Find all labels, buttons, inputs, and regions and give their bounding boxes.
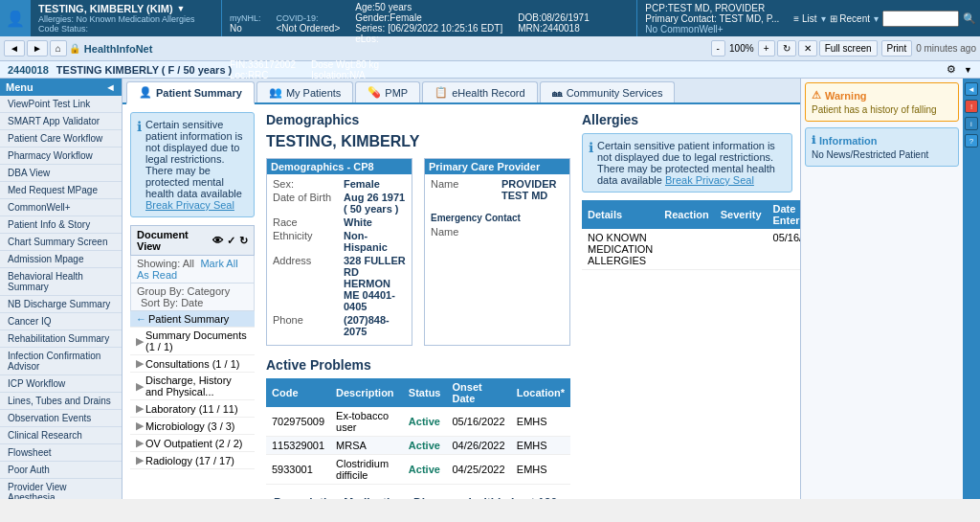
tab-ehealth-record[interactable]: 📋 eHealth Record xyxy=(422,81,537,102)
doc-item-microbiology[interactable]: ▶ Microbiology (3 / 3) xyxy=(130,418,255,435)
sidebar-item-observation[interactable]: Observation Events xyxy=(0,410,122,427)
eye-icon[interactable]: 👁 xyxy=(212,235,223,247)
sidebar-item-provider-anesthesia[interactable]: Provider View Anesthesia xyxy=(0,479,122,499)
demo-row-race: Race White xyxy=(273,216,406,228)
problems-table: Code Description Status Onset Date Locat… xyxy=(266,378,570,485)
sidebar-item-commonwell[interactable]: CommonWell+ xyxy=(0,199,122,216)
breadcrumb: HealthInfoNet xyxy=(84,43,153,55)
document-view-groupby: Group By: Category Sort By: Date xyxy=(130,284,255,311)
patient-avatar: 👤 xyxy=(0,0,31,36)
print-button[interactable]: Print xyxy=(881,40,913,57)
zoom-in-button[interactable]: + xyxy=(758,40,775,57)
tab-community-services[interactable]: 🏘 Community Services xyxy=(540,81,676,102)
sidebar-item-admission[interactable]: Admission Mpage xyxy=(0,251,122,268)
tab-my-patients[interactable]: 👥 My Patients xyxy=(256,81,353,102)
menu-label: Menu xyxy=(6,81,33,93)
sidebar-item-chart-summary[interactable]: Chart Summary Screen xyxy=(0,234,122,251)
doc-item-laboratory[interactable]: ▶ Laboratory (11 / 11) xyxy=(130,400,255,418)
info-icon: ℹ xyxy=(137,119,142,211)
warning-panel-header: ⚠ Warning xyxy=(812,89,952,102)
prescription-section: Prescription Medications Dispensed withi… xyxy=(266,496,570,499)
right-sidebar: ⚠ Warning Patient has a history of falli… xyxy=(800,79,963,499)
dob-field: DOB:08/26/1971 MRN:2440018 xyxy=(518,12,590,34)
person-icon: 👤 xyxy=(139,86,152,99)
sidebar-item-clinical[interactable]: Clinical Research xyxy=(0,427,122,444)
doc-item-consultations[interactable]: ▶ Consultations (1 / 1) xyxy=(130,355,255,373)
sidebar-item-dba-view[interactable]: DBA View xyxy=(0,165,122,182)
zoom-out-button[interactable]: - xyxy=(711,40,725,57)
demographics-block: Demographics - CP8 Sex: Female Date of B… xyxy=(266,158,412,346)
chevron-right-icon-2: ▶ xyxy=(136,357,144,370)
sidebar-item-infection[interactable]: Infection Confirmation Advisor xyxy=(0,348,122,375)
phone-value: (207)848-2075 xyxy=(344,314,406,337)
doc-item-radiology[interactable]: ▶ Radiology (17 / 17) xyxy=(130,452,255,469)
doc-summary-docs-label: Summary Documents (1 / 1) xyxy=(145,329,249,352)
sidebar-item-flowsheet[interactable]: Flowsheet xyxy=(0,444,122,462)
age-field: Age:50 years Gender:Female Series: [06/2… xyxy=(355,2,502,44)
far-right-btn-1[interactable]: ◄ xyxy=(965,82,978,96)
mrn-value: MRN:2440018 xyxy=(518,23,590,34)
settings-icon[interactable]: ⚙ xyxy=(947,63,956,76)
forward-button[interactable]: ► xyxy=(27,40,48,57)
doc-item-discharge[interactable]: ▶ Discharge, History and Physical... xyxy=(130,373,255,400)
doc-item-ov-outpatient[interactable]: ▶ OV Outpatient (2 / 2) xyxy=(130,435,255,452)
header-search[interactable] xyxy=(882,11,959,27)
pcp-name-row: Name PROVIDER TEST MD xyxy=(431,178,564,201)
pcp-name-value: PROVIDER TEST MD xyxy=(501,178,564,201)
right-column: Allergies ℹ Certain sensitive patient in… xyxy=(582,112,792,499)
doc-selected-icon: ← xyxy=(136,313,146,325)
doc-microbiology-label: Microbiology (3 / 3) xyxy=(145,420,235,432)
problem-status: Active xyxy=(403,455,447,485)
sidebar-item-behavioral-health[interactable]: Behavioral Health Summary xyxy=(0,268,122,296)
back-button[interactable]: ◄ xyxy=(4,40,25,57)
mark-read-icon[interactable]: ✓ xyxy=(227,235,235,247)
patient-header: 👤 TESTING, KIMBERLY (KIM) ▼ Allergies: N… xyxy=(0,0,980,36)
sidebar-item-icp[interactable]: ICP Workflow xyxy=(0,375,122,393)
fullscreen-button[interactable]: Full screen xyxy=(819,40,878,57)
allergy-break-privacy-seal-link[interactable]: Break Privacy Seal xyxy=(665,174,754,186)
sidebar-item-smart-app-validator[interactable]: SMART App Validator xyxy=(0,113,122,130)
sex-value: Female xyxy=(344,178,380,190)
address-label: Address xyxy=(273,255,340,312)
far-right-btn-3[interactable]: i xyxy=(965,117,978,130)
home-button[interactable]: ⌂ xyxy=(50,40,67,57)
tab-pmp[interactable]: 💊 PMP xyxy=(355,81,420,102)
sidebar-item-pharmacy-workflow[interactable]: Pharmacy Workflow xyxy=(0,148,122,165)
sidebar-collapse-icon[interactable]: ◄ xyxy=(105,81,116,93)
covid-label: COVID-19: xyxy=(277,13,341,23)
allergy-reaction xyxy=(658,229,714,270)
doc-consultations-label: Consultations (1 / 1) xyxy=(145,358,239,370)
ethnicity-label: Ethnicity xyxy=(273,230,340,253)
sidebar-item-patient-info[interactable]: Patient Info & Story xyxy=(0,216,122,234)
patient-info-bar: 2440018 TESTING KIMBERLY ( F / 50 years … xyxy=(0,61,980,79)
chevron-right-icon: ▶ xyxy=(136,335,144,348)
tab-patient-summary[interactable]: 👤 Patient Summary xyxy=(126,81,255,104)
allergy-col-reaction: Reaction xyxy=(658,200,714,229)
problem-status: Active xyxy=(403,407,447,437)
allergies-title: Allergies xyxy=(582,112,792,127)
sidebar-item-med-request[interactable]: Med Request MPage xyxy=(0,182,122,199)
sensitive-info-box: ℹ Certain sensitive patient information … xyxy=(130,112,255,217)
chevron-right-icon-5: ▶ xyxy=(136,420,144,432)
refresh-button[interactable]: ↻ xyxy=(777,40,796,57)
sidebar-item-lines[interactable]: Lines, Tubes and Drains xyxy=(0,393,122,410)
far-right-btn-4[interactable]: ? xyxy=(965,134,978,148)
sidebar-item-patient-care-workflow[interactable]: Patient Care Workflow xyxy=(0,130,122,148)
sidebar-item-cancer-iq[interactable]: Cancer IQ xyxy=(0,313,122,330)
break-privacy-seal-link[interactable]: Break Privacy Seal xyxy=(145,199,234,211)
problems-col-status: Status xyxy=(403,378,447,407)
sidebar-item-viewpoint-test-link[interactable]: ViewPoint Test Link xyxy=(0,96,122,113)
sidebar-item-rehab[interactable]: Rehabilitation Summary xyxy=(0,330,122,348)
document-view: Document View 👁 ✓ ↻ Showing: All Mark Al… xyxy=(130,225,255,469)
refresh-doc-icon[interactable]: ↻ xyxy=(239,235,248,247)
search-icon: 🔍 xyxy=(963,12,976,25)
record-icon: 📋 xyxy=(434,86,448,99)
stop-button[interactable]: ✕ xyxy=(798,40,817,57)
sidebar-item-poor-auth[interactable]: Poor Auth xyxy=(0,462,122,479)
doc-item-patient-summary[interactable]: ← Patient Summary xyxy=(130,311,255,328)
sidebar-item-nb-discharge[interactable]: NB Discharge Summary xyxy=(0,296,122,313)
sort-by-label: Sort By: Date xyxy=(141,297,203,308)
doc-item-summary-docs[interactable]: ▶ Summary Documents (1 / 1) xyxy=(130,328,255,355)
far-right-btn-2[interactable]: ! xyxy=(965,100,978,113)
allergy-col-details: Details xyxy=(582,200,658,229)
